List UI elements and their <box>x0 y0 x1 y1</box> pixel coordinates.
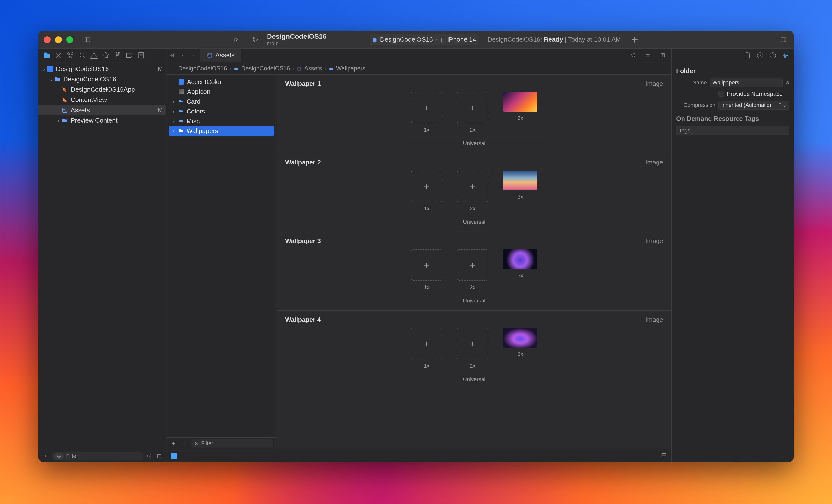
svg-rect-0 <box>85 37 90 42</box>
add-file-button[interactable]: ＋ <box>42 452 49 460</box>
debug-navigator-icon[interactable] <box>113 51 122 60</box>
asset-item-folder-card[interactable]: › Card <box>166 96 277 106</box>
tree-group[interactable]: ⌄ DesignCodeiOS16 <box>38 74 166 84</box>
image-well-2x[interactable]: ＋ <box>457 92 488 123</box>
crumb-assets[interactable]: Assets <box>297 65 322 72</box>
run-button[interactable] <box>231 35 241 45</box>
image-well-1x[interactable]: ＋ <box>411 328 442 359</box>
image-set[interactable]: Wallpaper 4 Image ＋1x ＋2x 3x Universal <box>277 311 672 389</box>
image-well-2x[interactable]: ＋ <box>457 171 488 202</box>
svg-rect-26 <box>172 54 174 55</box>
attributes-inspector-icon[interactable] <box>782 52 789 59</box>
xcode-project-icon <box>47 66 53 72</box>
image-set-type: Image <box>646 80 663 87</box>
scheme-selector[interactable]: DesignCodeiOS16 › iPhone 14 <box>370 34 478 45</box>
add-target-button[interactable] <box>630 35 640 45</box>
tree-file-assets[interactable]: Assets M <box>38 105 166 115</box>
inspector-body: Folder Name ⊖ Provides Namespace Compres… <box>672 62 794 138</box>
close-window-button[interactable] <box>44 36 51 43</box>
minimize-window-button[interactable] <box>55 36 62 43</box>
clear-button[interactable]: ⊖ <box>786 80 789 85</box>
assets-catalog-icon <box>207 53 212 58</box>
source-control-navigator-icon[interactable] <box>54 51 63 60</box>
image-well-1x[interactable]: ＋ <box>411 171 442 202</box>
image-set[interactable]: Wallpaper 1 Image ＋1x ＋2x 3x Universal <box>277 75 672 153</box>
remove-asset-button[interactable]: − <box>181 440 188 447</box>
nav-back-button[interactable]: ‹ <box>177 50 188 61</box>
image-well-1x[interactable]: ＋ <box>411 249 442 281</box>
issue-navigator-icon[interactable] <box>90 51 98 60</box>
filter-scope-icon[interactable]: ⊖ <box>54 453 63 459</box>
project-navigator-icon[interactable] <box>43 51 51 60</box>
debug-view-button[interactable] <box>171 452 177 459</box>
navigator-filter-field[interactable]: ⊖ Filter <box>52 452 143 460</box>
provides-namespace-checkbox[interactable] <box>718 91 724 96</box>
chevron-right-icon[interactable]: › <box>171 118 176 124</box>
recent-files-button[interactable] <box>146 452 153 460</box>
jump-bar[interactable]: DesignCodeiOS16 › DesignCodeiOS16 › Asse… <box>166 62 672 75</box>
image-well-3x[interactable] <box>503 171 538 190</box>
asset-item-folder-colors[interactable]: › Colors <box>166 106 277 116</box>
crumb-group[interactable]: DesignCodeiOS16 <box>234 65 290 72</box>
tree-folder[interactable]: › Preview Content <box>38 115 166 125</box>
test-navigator-icon[interactable] <box>102 51 110 60</box>
chevron-right-icon: › <box>230 65 231 72</box>
related-items-button[interactable] <box>166 50 177 61</box>
image-well-3x[interactable] <box>503 328 538 347</box>
symbol-navigator-icon[interactable] <box>66 51 75 60</box>
fullscreen-window-button[interactable] <box>66 36 73 43</box>
crumb-project[interactable]: DesignCodeiOS16 <box>171 65 227 72</box>
svg-point-3 <box>253 40 254 42</box>
toggle-navigator-button[interactable] <box>82 35 92 45</box>
image-well-1x[interactable]: ＋ <box>411 92 442 123</box>
svg-rect-5 <box>373 38 377 42</box>
asset-item-appicon[interactable]: AppIcon <box>166 87 277 96</box>
nav-forward-button[interactable]: › <box>188 50 199 61</box>
add-editor-button[interactable] <box>657 50 668 61</box>
tree-file[interactable]: DesignCodeiOS16App <box>38 84 166 94</box>
add-asset-button[interactable]: ＋ <box>170 440 177 447</box>
tree-file[interactable]: ContentView <box>38 94 166 105</box>
project-file-tree: ⌄ DesignCodeiOS16 M ⌄ DesignCodeiOS16 De… <box>38 62 166 450</box>
chevron-right-icon[interactable]: › <box>171 99 176 105</box>
adjust-editor-button[interactable] <box>643 50 653 61</box>
folder-name-field[interactable] <box>710 78 783 87</box>
chevron-right-icon[interactable]: › <box>171 109 176 114</box>
compression-select[interactable]: Inherited (Automatic) ⌃⌄ <box>718 101 789 110</box>
history-inspector-icon[interactable] <box>756 52 764 59</box>
scm-filter-button[interactable] <box>155 452 163 460</box>
asset-item-folder-wallpapers[interactable]: › Wallpapers <box>169 126 274 136</box>
chevron-right-icon[interactable]: › <box>55 118 61 123</box>
scope-icon: ⊙ <box>194 440 199 447</box>
file-inspector-icon[interactable] <box>744 52 751 59</box>
crumb-folder[interactable]: Wallpapers <box>329 65 365 72</box>
asset-item-folder-misc[interactable]: › Misc <box>166 116 277 126</box>
image-well-2x[interactable]: ＋ <box>457 249 488 281</box>
refresh-button[interactable] <box>628 50 639 61</box>
editor-tab-assets[interactable]: Assets <box>200 49 241 62</box>
image-well-3x[interactable] <box>503 92 538 112</box>
image-set[interactable]: Wallpaper 3 Image ＋1x ＋2x 3x Universal <box>277 232 672 311</box>
image-well-2x[interactable]: ＋ <box>457 328 488 359</box>
chevron-down-icon[interactable]: ⌄ <box>41 66 47 72</box>
chevron-right-icon[interactable]: › <box>171 128 176 134</box>
chevron-down-icon[interactable]: ⌄ <box>48 76 54 82</box>
asset-filter-field[interactable]: ⊙ Filter <box>191 439 273 448</box>
tree-project-root[interactable]: ⌄ DesignCodeiOS16 M <box>38 64 166 74</box>
toggle-debug-area-button[interactable] <box>661 452 667 459</box>
source-control-icon[interactable] <box>250 35 260 45</box>
folder-icon <box>54 76 61 83</box>
report-navigator-icon[interactable] <box>137 51 145 60</box>
library-button[interactable] <box>779 35 788 45</box>
help-inspector-icon[interactable] <box>769 52 777 59</box>
asset-outline-footer: ＋ − ⊙ Filter <box>166 437 277 449</box>
find-navigator-icon[interactable] <box>78 51 86 60</box>
breakpoint-navigator-icon[interactable] <box>125 51 133 60</box>
image-set[interactable]: Wallpaper 2 Image ＋1x ＋2x 3x Universal <box>277 153 672 232</box>
svg-rect-6 <box>442 38 443 42</box>
svg-rect-40 <box>662 453 666 457</box>
svg-point-30 <box>208 54 209 55</box>
image-well-3x[interactable] <box>503 249 538 269</box>
resource-tags-field[interactable]: Tags <box>676 126 789 135</box>
asset-item-accentcolor[interactable]: AccentColor <box>166 77 277 87</box>
